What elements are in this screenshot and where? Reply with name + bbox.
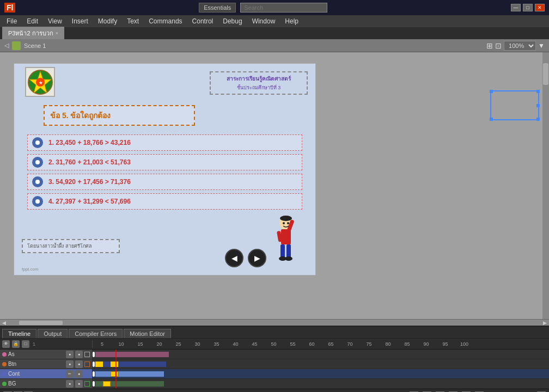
scroll-right-arrow[interactable]: ▶ — [541, 320, 549, 326]
watermark: fppt.com — [22, 267, 39, 272]
layer-bg: BG ● ● — [0, 379, 549, 389]
prev-button[interactable] — [225, 249, 243, 267]
fit-scene-icon[interactable]: ⊞ — [486, 41, 493, 50]
answer-btn-2[interactable] — [32, 157, 43, 168]
close-button[interactable]: ✕ — [535, 4, 545, 11]
menu-commands[interactable]: Commands — [144, 16, 186, 26]
cont-frames-block — [95, 371, 166, 377]
title-bar-controls: — □ ✕ — [511, 4, 545, 11]
zoom-select[interactable]: 100% 50% 75% 200% — [504, 41, 536, 51]
frame-num-20: 20 — [150, 341, 169, 347]
maximize-button[interactable]: □ — [523, 4, 533, 11]
answers-area: 1. 23,450 + 18,766 > 43,216 2. 31,760 + … — [27, 134, 302, 213]
character-svg — [271, 215, 301, 267]
layer-as-lock[interactable]: ● — [75, 351, 83, 358]
character — [271, 215, 301, 264]
outline-all-icon[interactable]: □ — [22, 340, 29, 348]
tab-timeline[interactable]: Timeline — [2, 329, 36, 338]
frame-num-45: 45 — [245, 341, 264, 347]
breadcrumb-bar: ◁ Scene 1 ⊞ ⊡ 100% 50% 75% 200% ▼ — [0, 39, 549, 52]
vertical-scrollbar[interactable] — [542, 52, 549, 319]
layer-cont-frames[interactable] — [93, 369, 549, 378]
answer-row-4[interactable]: 4. 27,397 + 31,299 < 57,696 — [27, 193, 302, 210]
frame-num-80: 80 — [379, 341, 398, 347]
next-button[interactable] — [248, 249, 266, 267]
layer-bg-frames[interactable] — [93, 379, 549, 388]
playhead-cont — [115, 369, 117, 378]
scroll-left-arrow[interactable]: ◀ — [0, 320, 8, 326]
menu-bar: File Edit View Insert Modify Text Comman… — [0, 15, 549, 27]
zoom-dropdown-icon[interactable]: ▼ — [538, 42, 545, 50]
menu-modify[interactable]: Modify — [94, 16, 121, 26]
answer-btn-4[interactable] — [32, 196, 43, 207]
layer-as-eye[interactable]: ● — [66, 351, 74, 358]
answer-row-3[interactable]: 3. 54,920 + 17,456 > 71,376 — [27, 174, 302, 190]
frame-num-30: 30 — [188, 341, 207, 347]
stage: ★ สาระการเรียนรู้คณิตศาสตร์ ชั้นประถมศึก… — [14, 63, 316, 275]
menu-insert[interactable]: Insert — [68, 16, 93, 26]
frame-num-55: 55 — [283, 341, 302, 347]
document-tab[interactable]: P3หน้า2 การบวก × — [2, 27, 64, 39]
minimize-button[interactable]: — — [511, 4, 521, 11]
frame-num-10: 10 — [112, 341, 131, 347]
layer-btn-frames[interactable] — [93, 359, 549, 369]
nav-back-icon[interactable]: ◁ — [4, 42, 9, 49]
layer-bg-outline[interactable] — [84, 381, 90, 387]
handle-br[interactable] — [536, 118, 540, 121]
tab-output[interactable]: Output — [38, 329, 68, 338]
layer-cont-lock[interactable]: ● — [75, 370, 83, 378]
essentials-button[interactable]: Essentials — [199, 3, 236, 13]
h-scroll-thumb[interactable] — [19, 321, 63, 325]
answer-row-1[interactable]: 1. 23,450 + 18,766 > 43,216 — [27, 134, 302, 151]
timeline-body: As ● ● Btn ● ● — [0, 350, 549, 389]
v-scroll-thumb[interactable] — [543, 63, 548, 85]
fl-logo: Fl — [4, 3, 15, 13]
layer-as-frames[interactable] — [93, 350, 549, 359]
handle-tr[interactable] — [536, 90, 540, 93]
layer-cont-edit[interactable]: ✏ — [66, 370, 74, 378]
layer-btn-name: Btn — [8, 361, 64, 367]
svg-text:★: ★ — [38, 81, 42, 85]
layer-btn-lock[interactable]: ● — [75, 360, 83, 368]
handle-mr[interactable] — [536, 104, 540, 107]
menu-debug[interactable]: Debug — [218, 16, 246, 26]
answer-btn-1[interactable] — [32, 137, 43, 148]
answer-text-2: 2. 31,760 + 21,003 < 51,763 — [48, 158, 131, 166]
tab-label: P3หน้า2 การบวก — [8, 28, 53, 38]
bg-frames-block — [95, 381, 166, 387]
timeline-area: Timeline Output Compiler Errors Motion E… — [0, 326, 549, 392]
layer-bg-lock[interactable]: ● — [75, 380, 83, 388]
layer-cont-outline[interactable] — [84, 371, 90, 377]
menu-view[interactable]: View — [44, 16, 66, 26]
menu-window[interactable]: Window — [248, 16, 280, 26]
menu-control[interactable]: Control — [188, 16, 218, 26]
answer-row-2[interactable]: 2. 31,760 + 21,003 < 51,763 — [27, 154, 302, 170]
lock-all-icon[interactable]: 🔒 — [12, 340, 20, 348]
layer-btn-outline[interactable] — [84, 362, 90, 367]
scene-icon — [12, 41, 21, 50]
selected-object-outline[interactable] — [490, 90, 539, 120]
menu-edit[interactable]: Edit — [22, 16, 42, 26]
layer-bg-eye[interactable]: ● — [66, 380, 74, 388]
layer-as-name: As — [8, 351, 64, 357]
tab-motion-editor[interactable]: Motion Editor — [124, 329, 171, 338]
tab-close-button[interactable]: × — [56, 30, 58, 36]
menu-help[interactable]: Help — [280, 16, 303, 26]
handle-bl[interactable] — [490, 118, 493, 121]
fit-width-icon[interactable]: ⊡ — [495, 41, 502, 50]
menu-text[interactable]: Text — [123, 16, 143, 26]
show-hide-all-icon[interactable]: 👁 — [2, 340, 10, 348]
menu-file[interactable]: File — [2, 16, 21, 26]
answer-btn-3[interactable] — [32, 176, 43, 187]
layer-btn-color — [2, 362, 7, 366]
layer-cont-name: Cont — [8, 371, 64, 377]
horizontal-scrollbar[interactable]: ◀ ▶ — [0, 319, 549, 326]
handle-tl[interactable] — [490, 90, 493, 93]
layer-btn-eye[interactable]: ● — [66, 360, 74, 368]
layer-cont-color — [2, 372, 7, 376]
layer-as-outline[interactable] — [84, 352, 90, 357]
answer-text-1: 1. 23,450 + 18,766 > 43,216 — [48, 139, 131, 146]
search-input[interactable] — [240, 3, 327, 13]
question-box: ข้อ 5. ข้อใดถูกต้อง — [44, 105, 195, 126]
tab-compiler-errors[interactable]: Compiler Errors — [69, 329, 123, 338]
